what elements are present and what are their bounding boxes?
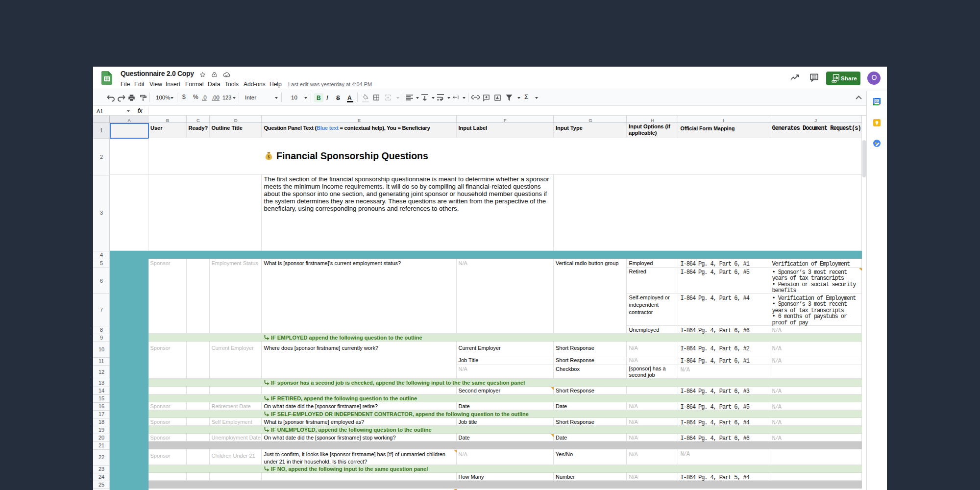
svg-text:31: 31 [875, 99, 879, 104]
